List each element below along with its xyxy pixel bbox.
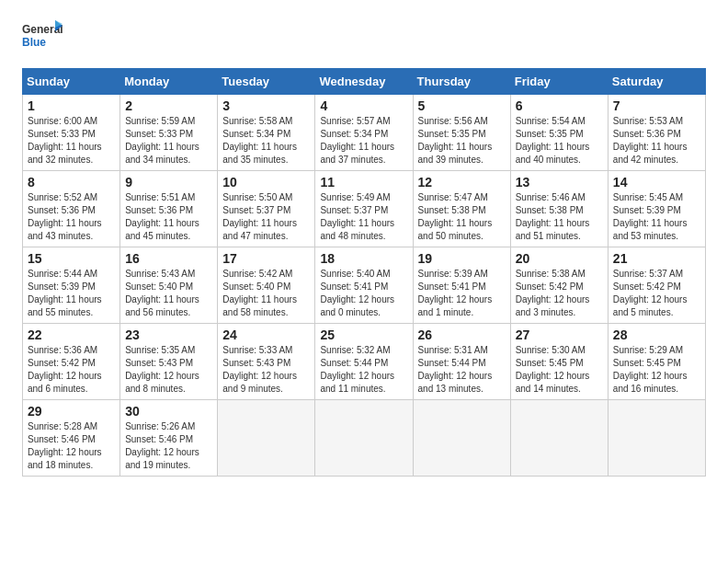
day-info: Sunrise: 5:29 AM Sunset: 5:45 PM Dayligh… [613,344,700,396]
svg-text:Blue: Blue [22,36,46,49]
day-number: 30 [125,404,212,419]
calendar-cell: 27Sunrise: 5:30 AM Sunset: 5:45 PM Dayli… [510,324,608,400]
day-number: 7 [613,98,700,113]
day-info: Sunrise: 5:53 AM Sunset: 5:36 PM Dayligh… [613,115,700,167]
col-header-saturday: Saturday [608,69,705,95]
calendar-week-5: 29Sunrise: 5:28 AM Sunset: 5:46 PM Dayli… [23,400,706,477]
calendar-cell: 1Sunrise: 6:00 AM Sunset: 5:33 PM Daylig… [23,95,120,171]
day-number: 13 [516,175,603,190]
day-info: Sunrise: 5:42 AM Sunset: 5:40 PM Dayligh… [222,268,310,319]
day-number: 9 [125,175,212,190]
header: General Blue [22,18,706,59]
calendar-cell: 20Sunrise: 5:38 AM Sunset: 5:42 PM Dayli… [510,247,608,324]
day-number: 27 [516,327,603,342]
day-number: 14 [613,175,700,190]
day-number: 18 [320,251,407,266]
day-info: Sunrise: 5:52 AM Sunset: 5:36 PM Dayligh… [28,191,115,243]
calendar-header: SundayMondayTuesdayWednesdayThursdayFrid… [23,69,706,95]
day-info: Sunrise: 5:39 AM Sunset: 5:41 PM Dayligh… [418,268,506,319]
day-info: Sunrise: 6:00 AM Sunset: 5:33 PM Dayligh… [28,115,115,167]
calendar-week-4: 22Sunrise: 5:36 AM Sunset: 5:42 PM Dayli… [23,324,706,400]
day-info: Sunrise: 5:35 AM Sunset: 5:43 PM Dayligh… [125,344,212,396]
col-header-monday: Monday [120,69,218,95]
calendar-cell: 18Sunrise: 5:40 AM Sunset: 5:41 PM Dayli… [315,247,413,324]
calendar-cell: 7Sunrise: 5:53 AM Sunset: 5:36 PM Daylig… [608,95,705,171]
calendar-cell: 25Sunrise: 5:32 AM Sunset: 5:44 PM Dayli… [315,324,413,400]
calendar-cell: 4Sunrise: 5:57 AM Sunset: 5:34 PM Daylig… [315,95,413,171]
col-header-wednesday: Wednesday [315,69,413,95]
day-info: Sunrise: 5:59 AM Sunset: 5:33 PM Dayligh… [125,115,212,167]
calendar-cell: 11Sunrise: 5:49 AM Sunset: 5:37 PM Dayli… [315,171,413,247]
day-info: Sunrise: 5:57 AM Sunset: 5:34 PM Dayligh… [320,115,407,167]
logo: General Blue [22,18,63,59]
calendar-cell: 22Sunrise: 5:36 AM Sunset: 5:42 PM Dayli… [23,324,120,400]
calendar-cell: 28Sunrise: 5:29 AM Sunset: 5:45 PM Dayli… [608,324,705,400]
day-info: Sunrise: 5:46 AM Sunset: 5:38 PM Dayligh… [516,191,603,243]
calendar-cell: 24Sunrise: 5:33 AM Sunset: 5:43 PM Dayli… [218,324,315,400]
logo-svg: General Blue [22,18,63,59]
day-number: 4 [320,98,407,113]
calendar-week-1: 1Sunrise: 6:00 AM Sunset: 5:33 PM Daylig… [23,95,706,171]
calendar-cell: 23Sunrise: 5:35 AM Sunset: 5:43 PM Dayli… [120,324,218,400]
calendar-cell [413,400,510,477]
day-number: 20 [516,251,603,266]
calendar-cell: 30Sunrise: 5:26 AM Sunset: 5:46 PM Dayli… [120,400,218,477]
day-info: Sunrise: 5:54 AM Sunset: 5:35 PM Dayligh… [516,115,603,167]
calendar-cell: 13Sunrise: 5:46 AM Sunset: 5:38 PM Dayli… [510,171,608,247]
calendar-cell: 12Sunrise: 5:47 AM Sunset: 5:38 PM Dayli… [413,171,510,247]
day-number: 10 [222,175,310,190]
day-number: 17 [222,251,310,266]
day-number: 23 [125,327,212,342]
day-info: Sunrise: 5:26 AM Sunset: 5:46 PM Dayligh… [125,420,212,472]
day-info: Sunrise: 5:38 AM Sunset: 5:42 PM Dayligh… [516,268,603,319]
day-number: 24 [222,327,310,342]
day-number: 1 [28,98,115,113]
calendar-cell: 6Sunrise: 5:54 AM Sunset: 5:35 PM Daylig… [510,95,608,171]
col-header-thursday: Thursday [413,69,510,95]
calendar-cell [608,400,705,477]
day-number: 25 [320,327,407,342]
calendar-cell: 14Sunrise: 5:45 AM Sunset: 5:39 PM Dayli… [608,171,705,247]
day-info: Sunrise: 5:32 AM Sunset: 5:44 PM Dayligh… [320,344,407,396]
calendar-cell [315,400,413,477]
day-info: Sunrise: 5:56 AM Sunset: 5:35 PM Dayligh… [418,115,506,167]
day-info: Sunrise: 5:30 AM Sunset: 5:45 PM Dayligh… [516,344,603,396]
day-info: Sunrise: 5:49 AM Sunset: 5:37 PM Dayligh… [320,191,407,243]
calendar-cell: 5Sunrise: 5:56 AM Sunset: 5:35 PM Daylig… [413,95,510,171]
day-info: Sunrise: 5:33 AM Sunset: 5:43 PM Dayligh… [222,344,310,396]
day-number: 12 [418,175,506,190]
calendar-cell: 19Sunrise: 5:39 AM Sunset: 5:41 PM Dayli… [413,247,510,324]
day-number: 28 [613,327,700,342]
day-info: Sunrise: 5:40 AM Sunset: 5:41 PM Dayligh… [320,268,407,319]
day-number: 29 [28,404,115,419]
calendar-cell [510,400,608,477]
calendar-cell: 9Sunrise: 5:51 AM Sunset: 5:36 PM Daylig… [120,171,218,247]
calendar-table: SundayMondayTuesdayWednesdayThursdayFrid… [22,68,706,477]
day-info: Sunrise: 5:58 AM Sunset: 5:34 PM Dayligh… [222,115,310,167]
calendar-week-2: 8Sunrise: 5:52 AM Sunset: 5:36 PM Daylig… [23,171,706,247]
calendar-cell: 8Sunrise: 5:52 AM Sunset: 5:36 PM Daylig… [23,171,120,247]
day-info: Sunrise: 5:47 AM Sunset: 5:38 PM Dayligh… [418,191,506,243]
day-number: 19 [418,251,506,266]
day-number: 2 [125,98,212,113]
calendar-cell: 29Sunrise: 5:28 AM Sunset: 5:46 PM Dayli… [23,400,120,477]
day-info: Sunrise: 5:44 AM Sunset: 5:39 PM Dayligh… [28,268,115,319]
calendar-cell: 21Sunrise: 5:37 AM Sunset: 5:42 PM Dayli… [608,247,705,324]
calendar-cell: 16Sunrise: 5:43 AM Sunset: 5:40 PM Dayli… [120,247,218,324]
day-number: 6 [516,98,603,113]
calendar-body: 1Sunrise: 6:00 AM Sunset: 5:33 PM Daylig… [23,95,706,477]
day-number: 3 [222,98,310,113]
day-number: 11 [320,175,407,190]
day-number: 16 [125,251,212,266]
day-info: Sunrise: 5:51 AM Sunset: 5:36 PM Dayligh… [125,191,212,243]
day-number: 26 [418,327,506,342]
day-number: 8 [28,175,115,190]
day-number: 21 [613,251,700,266]
day-info: Sunrise: 5:28 AM Sunset: 5:46 PM Dayligh… [28,420,115,472]
col-header-tuesday: Tuesday [218,69,315,95]
calendar-cell: 17Sunrise: 5:42 AM Sunset: 5:40 PM Dayli… [218,247,315,324]
col-header-friday: Friday [510,69,608,95]
calendar-cell: 15Sunrise: 5:44 AM Sunset: 5:39 PM Dayli… [23,247,120,324]
day-info: Sunrise: 5:50 AM Sunset: 5:37 PM Dayligh… [222,191,310,243]
calendar-cell: 26Sunrise: 5:31 AM Sunset: 5:44 PM Dayli… [413,324,510,400]
